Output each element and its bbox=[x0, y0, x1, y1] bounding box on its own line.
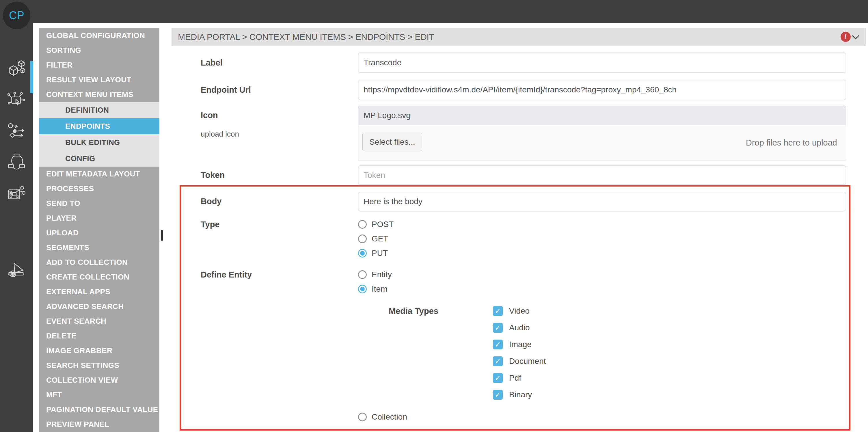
drop-files-hint: Drop files here to upload bbox=[746, 125, 837, 160]
menu-item-context-menu-items[interactable]: CONTEXT MENU ITEMS bbox=[39, 87, 159, 102]
define-entity-row: Define Entity Entity Item bbox=[172, 268, 851, 296]
body-field-label: Body bbox=[172, 192, 358, 211]
checkbox-audio[interactable] bbox=[493, 323, 503, 333]
radio-get[interactable] bbox=[358, 235, 367, 243]
media-portal-admin: CP PROD INT TRANS DEV Hi, admin ! Sign O… bbox=[0, 0, 868, 432]
token-row: Token bbox=[172, 165, 851, 185]
menu-item-pagination-default-value[interactable]: PAGINATION DEFAULT VALUE bbox=[39, 402, 159, 417]
player-icon[interactable] bbox=[7, 261, 26, 280]
menu-item-delete[interactable]: DELETE bbox=[39, 329, 159, 343]
radio-option-put[interactable]: PUT bbox=[358, 246, 394, 260]
video-edit-icon[interactable] bbox=[7, 185, 26, 204]
menu-item-search-settings[interactable]: SEARCH SETTINGS bbox=[39, 358, 159, 373]
menu-item-config[interactable]: CONFIG bbox=[39, 150, 159, 166]
menu-item-sorting[interactable]: SORTING bbox=[39, 43, 159, 58]
menu-item-edit-metadata-layout[interactable]: EDIT METADATA LAYOUT bbox=[39, 166, 159, 181]
collections-icon[interactable] bbox=[7, 152, 26, 171]
checkbox-option-pdf[interactable]: Pdf bbox=[493, 370, 546, 387]
menu-item-preview-panel[interactable]: PREVIEW PANEL bbox=[39, 417, 159, 432]
body-input[interactable] bbox=[358, 192, 846, 211]
checkbox-option-image[interactable]: Image bbox=[493, 336, 546, 353]
checkbox-option-video[interactable]: Video bbox=[493, 303, 546, 319]
workflow-icon[interactable] bbox=[7, 122, 26, 141]
label-input[interactable] bbox=[358, 53, 846, 73]
menu-item-player[interactable]: PLAYER bbox=[39, 211, 159, 225]
media-types-label: Media Types bbox=[389, 303, 438, 319]
label-field-label: Label bbox=[172, 53, 358, 73]
checkbox-image[interactable] bbox=[493, 340, 503, 349]
menu-item-global-configuration[interactable]: GLOBAL CONFIGURATION bbox=[39, 28, 159, 43]
radio-option-item[interactable]: Item bbox=[358, 282, 392, 296]
menu-item-segments[interactable]: SEGMENTS bbox=[39, 240, 159, 255]
radio-option-get[interactable]: GET bbox=[358, 232, 394, 246]
checkbox-video[interactable] bbox=[493, 306, 503, 316]
checkbox-pdf[interactable] bbox=[493, 373, 503, 383]
icon-row: Icon upload icon MP Logo.svg Select file… bbox=[172, 106, 851, 160]
menu-item-external-apps[interactable]: EXTERNAL APPS bbox=[39, 284, 159, 299]
icon-field-labels: Icon upload icon bbox=[172, 106, 358, 160]
checkbox-binary[interactable] bbox=[493, 390, 503, 400]
icon-rail bbox=[0, 23, 33, 432]
menu-item-collection-view[interactable]: COLLECTION VIEW bbox=[39, 373, 159, 388]
radio-item[interactable] bbox=[358, 285, 367, 294]
menu-item-create-collection[interactable]: CREATE COLLECTION bbox=[39, 270, 159, 284]
error-badge[interactable]: ! bbox=[841, 32, 851, 42]
top-bar bbox=[0, 0, 868, 23]
menu-item-bulk-editing[interactable]: BULK EDITING bbox=[39, 134, 159, 150]
type-radio-group: POST GET PUT bbox=[358, 217, 394, 260]
icon-filename-field: MP Logo.svg bbox=[358, 106, 846, 125]
menu-item-filter[interactable]: FILTER bbox=[39, 58, 159, 72]
rail-active-indicator bbox=[30, 61, 33, 93]
token-field-label: Token bbox=[172, 165, 358, 185]
icon-field-sublabel: upload icon bbox=[201, 130, 358, 138]
checkbox-document[interactable] bbox=[493, 356, 503, 366]
radio-put[interactable] bbox=[358, 249, 367, 257]
select-files-button[interactable]: Select files... bbox=[362, 133, 422, 151]
radio-option-collection[interactable]: Collection bbox=[358, 410, 407, 424]
menu-item-advanced-search[interactable]: ADVANCED SEARCH bbox=[39, 299, 159, 314]
radio-post[interactable] bbox=[358, 220, 367, 229]
body-row: Body bbox=[172, 192, 851, 211]
menu-item-definition[interactable]: DEFINITION bbox=[39, 102, 159, 118]
menu-item-event-search[interactable]: EVENT SEARCH bbox=[39, 314, 159, 329]
menu-scrollbar-thumb[interactable] bbox=[161, 230, 163, 241]
radio-collection[interactable] bbox=[358, 413, 367, 421]
context-menu-icon[interactable] bbox=[7, 90, 26, 110]
menu-item-add-to-collection[interactable]: ADD TO COLLECTION bbox=[39, 255, 159, 270]
checkbox-option-document[interactable]: Document bbox=[493, 353, 546, 370]
breadcrumb-bar: MEDIA PORTAL > CONTEXT MENU ITEMS > ENDP… bbox=[172, 28, 866, 46]
endpoint-url-row: Endpoint Url bbox=[172, 80, 851, 100]
modules-icon[interactable] bbox=[7, 60, 26, 79]
icon-upload-group: MP Logo.svg Select files... Drop files h… bbox=[358, 106, 846, 160]
media-types-checkbox-group: Video Audio Image Document Pdf Binary bbox=[493, 303, 546, 403]
radio-option-post[interactable]: POST bbox=[358, 217, 394, 232]
chevron-down-icon[interactable] bbox=[852, 35, 859, 40]
checkbox-option-binary[interactable]: Binary bbox=[493, 387, 546, 403]
radio-entity[interactable] bbox=[358, 270, 367, 279]
file-drop-zone[interactable]: Select files... Drop files here to uploa… bbox=[358, 125, 846, 160]
type-row: Type POST GET PUT bbox=[172, 217, 851, 260]
endpoint-url-label: Endpoint Url bbox=[172, 80, 358, 100]
menu-item-endpoints[interactable]: ENDPOINTS bbox=[39, 118, 159, 134]
label-row: Label bbox=[172, 53, 851, 73]
radio-option-entity[interactable]: Entity bbox=[358, 268, 392, 282]
define-entity-radio-group: Entity Item bbox=[358, 268, 392, 296]
settings-menu: GLOBAL CONFIGURATION SORTING FILTER RESU… bbox=[39, 28, 159, 432]
breadcrumb: MEDIA PORTAL > CONTEXT MENU ITEMS > ENDP… bbox=[178, 28, 434, 46]
menu-item-processes[interactable]: PROCESSES bbox=[39, 181, 159, 196]
endpoint-url-input[interactable] bbox=[358, 80, 846, 100]
app-logo[interactable]: CP bbox=[3, 2, 30, 29]
token-input[interactable] bbox=[358, 165, 846, 185]
menu-item-upload[interactable]: UPLOAD bbox=[39, 225, 159, 240]
menu-item-mft[interactable]: MFT bbox=[39, 388, 159, 402]
menu-item-image-grabber[interactable]: IMAGE GRABBER bbox=[39, 343, 159, 358]
checkbox-option-audio[interactable]: Audio bbox=[493, 319, 546, 336]
menu-item-result-view-layout[interactable]: RESULT VIEW LAYOUT bbox=[39, 72, 159, 87]
logo-text: CP bbox=[9, 9, 24, 22]
icon-field-label: Icon bbox=[201, 106, 358, 125]
type-group-label: Type bbox=[172, 217, 358, 260]
define-entity-label: Define Entity bbox=[172, 268, 358, 296]
menu-item-send-to[interactable]: SEND TO bbox=[39, 196, 159, 211]
